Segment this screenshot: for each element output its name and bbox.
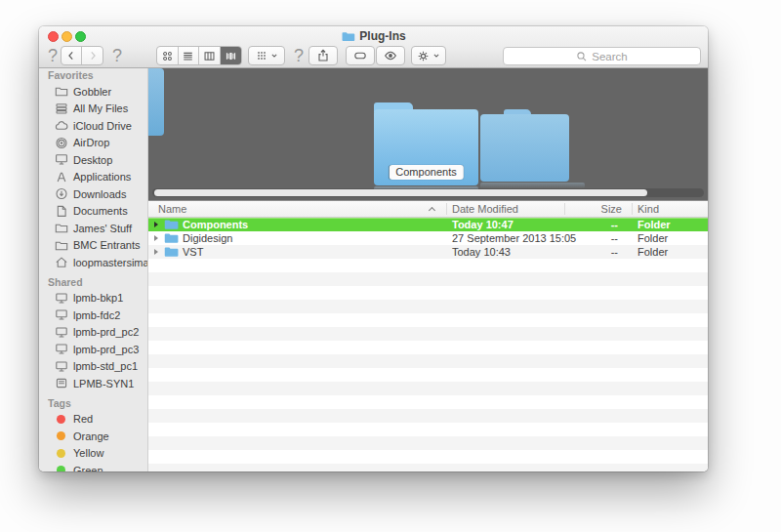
coverflow-view-button[interactable] [221,47,241,64]
sidebar-item-lpmb-prd-pc3[interactable]: lpmb-prd_pc3 [39,341,147,358]
sidebar-item-lpmb-fdc2[interactable]: lpmb-fdc2 [39,307,147,324]
display-icon [54,292,68,305]
cell-name: VST [183,246,203,258]
icon-view-button[interactable] [157,47,179,64]
sidebar-item-label: Desktop [73,154,112,166]
toolbar: ? ? [39,44,708,68]
missing-toolbar-item-icon[interactable]: ? [110,46,124,65]
view-switcher [156,46,242,65]
cell-name: Digidesign [183,232,232,244]
disclosure-triangle-icon[interactable] [154,222,158,227]
titlebar[interactable]: Plug-Ins [39,26,708,44]
sidebar-item-label: BMC Entrants [73,239,140,251]
coverflow-folder-label: Components [389,165,463,180]
sidebar-item-all-my-files[interactable]: All My Files [39,101,147,118]
sidebar-item-icloud-drive[interactable]: iCloud Drive [39,117,147,135]
sidebar-item-label: Gobbler [73,86,111,98]
gear-icon [417,50,430,62]
sidebar-item-loopmastersimac[interactable]: loopmastersimac [39,254,147,271]
sidebar-item-label: James' Stuff [73,223,132,234]
sidebar-item-label: Red [73,413,93,425]
sidebar-item-label: lpmb-prd_pc2 [73,326,139,338]
sidebar-item-yellow[interactable]: Yellow [39,445,147,463]
column-header-name[interactable]: Name [158,203,186,215]
coverflow-scrollbar-thumb[interactable] [154,189,647,196]
sidebar-item-label: lpmb-fdc2 [73,309,120,321]
sidebar-item-gobbler[interactable]: Gobbler [39,83,147,101]
sidebar-item-documents[interactable]: Documents [39,203,147,221]
share-button[interactable] [308,46,338,65]
column-header-kind[interactable]: Kind [637,203,659,215]
missing-toolbar-item-icon[interactable]: ? [292,46,306,65]
airdrop-icon [54,137,68,149]
sidebar-section-header: Favorites [39,68,147,83]
proxy-folder-icon[interactable] [341,31,354,42]
search-input[interactable]: Search [503,47,701,65]
folder-icon [54,222,68,234]
list-view-button[interactable] [179,47,200,64]
cell-name: Components [183,219,248,230]
sidebar-section-shared: Sharedlpmb-bkp1lpmb-fdc2lpmb-prd_pc2lpmb… [39,275,147,392]
downloads-icon [54,187,68,200]
sidebar-item-lpmb-std-pc1[interactable]: lpmb-std_pc1 [39,358,147,376]
sidebar-item-label: Yellow [73,447,103,459]
file-list: ComponentsToday 10:47--FolderDigidesign2… [148,218,708,471]
coverflow-folder-selected[interactable]: Components [374,102,478,185]
sidebar-item-lpmb-syn1[interactable]: LPMB-SYN1 [39,375,147,392]
sidebar-item-bmc-entrants[interactable]: BMC Entrants [39,237,147,255]
zoom-button[interactable] [75,31,86,42]
sidebar-item-label: Orange [73,430,109,442]
disclosure-triangle-icon[interactable] [154,249,158,255]
column-divider[interactable] [632,203,633,215]
cell-size: -- [564,246,618,258]
cell-kind: Folder [637,219,671,230]
column-header-size[interactable]: Size [601,203,622,215]
table-row-vst[interactable]: VSTToday 10:43--Folder [148,245,708,259]
coverflow-folder[interactable] [148,68,164,136]
table-row-components[interactable]: ComponentsToday 10:47--Folder [148,218,708,231]
folder-icon [164,246,179,258]
sidebar-item-label: AirDrop [73,137,109,148]
column-divider[interactable] [446,203,447,215]
disclosure-triangle-icon[interactable] [154,235,158,241]
folder-icon [164,219,179,230]
quick-look-button[interactable] [376,46,405,65]
column-view-button[interactable] [199,47,221,64]
sidebar-item-downloads[interactable]: Downloads [39,185,147,203]
sidebar-item-applications[interactable]: Applications [39,169,147,186]
column-header-date-modified[interactable]: Date Modified [452,203,518,215]
close-button[interactable] [48,31,59,42]
sidebar-item-lpmb-prd-pc2[interactable]: lpmb-prd_pc2 [39,324,147,342]
window-title: Plug-Ins [341,29,405,43]
traffic-lights [48,31,86,42]
table-row-digidesign[interactable]: Digidesign27 September 2013 15:05--Folde… [148,231,708,245]
sidebar-item-orange[interactable]: Orange [39,428,147,445]
arrange-button[interactable] [248,46,285,65]
sidebar-item-lpmb-bkp1[interactable]: lpmb-bkp1 [39,290,147,307]
coverflow-folder[interactable] [480,109,569,182]
sidebar-item-label: lpmb-bkp1 [73,292,123,304]
cell-kind: Folder [637,246,668,258]
back-button[interactable] [62,47,82,64]
sidebar-item-airdrop[interactable]: AirDrop [39,135,147,152]
documents-icon [54,205,68,218]
sidebar-item-james-stuff[interactable]: James' Stuff [39,220,147,237]
action-button[interactable] [411,46,446,65]
display-icon [54,326,68,339]
main-pane: Components Name Date Modified Size Kind … [148,68,708,471]
home-icon [54,256,68,268]
navigation-buttons [61,46,103,65]
forward-button[interactable] [82,47,103,64]
sidebar-item-green[interactable]: Green [39,462,147,471]
sidebar-item-red[interactable]: Red [39,411,147,429]
minimize-button[interactable] [62,31,72,42]
folder-icon [54,239,68,252]
coverflow-pane: Components [148,68,708,200]
tags-button[interactable] [346,46,375,65]
sidebar-item-desktop[interactable]: Desktop [39,151,147,169]
tag-dot-icon [54,464,68,471]
column-divider[interactable] [564,203,565,215]
display-icon [54,343,68,355]
sidebar-section-favorites: FavoritesGobblerAll My FilesiCloud Drive… [39,68,147,271]
missing-toolbar-item-icon[interactable]: ? [46,46,60,65]
